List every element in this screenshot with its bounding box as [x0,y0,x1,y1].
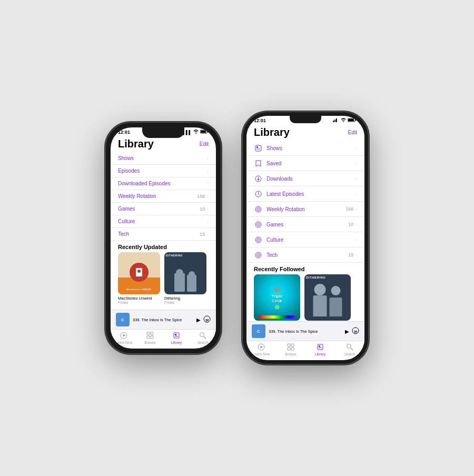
status-icons-new [333,118,357,123]
recently-updated-header: Recently Updated [111,241,216,252]
svg-rect-17 [334,120,335,122]
list-item-weeklyrotation-new[interactable]: Weekly Rotation 166 › [246,202,364,217]
svg-rect-20 [348,119,354,121]
podcast-card-macstories[interactable]: MacStories UNWIND MacStories Unwind Frid… [118,252,160,304]
edit-button-new[interactable]: Edit [348,130,357,135]
tab-label-browse-new: Browse [285,352,297,356]
skip-icon-new[interactable]: 30 [352,327,359,335]
list-item-label: Culture [266,237,355,243]
svg-point-30 [258,209,259,210]
list-item-tech-new[interactable]: Tech 15 › [246,247,364,263]
search-icon-new [346,343,353,352]
tab-listen-now-old[interactable]: Listen Now [111,332,137,344]
games-icon [254,220,262,229]
svg-rect-13 [175,336,178,336]
list-item-shows-old[interactable]: Shows › [111,152,216,165]
list-item-label: Games [118,206,200,212]
mini-player-controls-old: ▶ 30 [196,315,211,324]
list-item-latest-new[interactable]: Latest Episodes › [246,186,364,202]
tab-library-new[interactable]: Library [305,343,335,356]
edit-button-old[interactable]: Edit [200,141,209,147]
chevron-icon: › [207,232,209,236]
tab-label-listen-now-old: Listen Now [115,341,132,344]
chevron-icon: › [207,206,209,211]
tab-browse-old[interactable]: Browse [137,332,163,344]
podcast-thumb-dithering: DITHERING [164,252,206,294]
list-item-culture-new[interactable]: Culture › [246,232,364,247]
tab-browse-new[interactable]: Browse [276,343,305,356]
scene: 12:01 ▌▌▌ Library Edit [0,0,474,476]
signal-icon-new [333,118,339,123]
browse-icon-old [146,332,154,340]
list-item-culture-old[interactable]: Culture › [111,215,216,228]
library-header-old: Library Edit [111,136,216,152]
downloads-icon [254,174,262,183]
list-item-label: Weekly Rotation [118,193,197,199]
tab-search-old[interactable]: Search [190,332,216,344]
play-icon-old[interactable]: ▶ [196,317,201,323]
mini-player-old[interactable]: C 339. The Inbox Is The Spice ▶ 30 [111,310,216,329]
list-item-label: Tech [118,231,200,237]
list-section-old: Shows › Episodes › Downloaded Episodes ›… [111,152,216,310]
search-icon-old [199,332,206,340]
svg-rect-22 [255,145,261,151]
svg-rect-12 [175,334,176,335]
time-old: 12:01 [118,130,130,135]
svg-point-39 [258,254,259,255]
chevron-icon: › [355,192,357,196]
chevron-icon: › [355,253,357,257]
wifi-icon-new [341,118,346,123]
list-item-saved-new[interactable]: Saved › [246,156,364,171]
dynamic-island [290,116,321,123]
tab-listen-now-new[interactable]: Listen Now [246,343,276,356]
play-icon-new[interactable]: ▶ [345,329,349,334]
tab-library-old[interactable]: Library [163,332,190,344]
svg-rect-7 [147,332,150,335]
list-item-shows-new[interactable]: Shows › [246,141,364,156]
library-title-new: Library [254,126,290,138]
list-item-games-new[interactable]: Games 10 › [246,217,364,232]
list-item-games-old[interactable]: Games 10 › [111,203,216,215]
list-item-label: Weekly Rotation [266,206,345,212]
tab-label-listen-now-new: Listen Now [253,352,270,356]
svg-marker-6 [123,334,126,337]
svg-rect-18 [336,118,337,122]
tab-search-new[interactable]: Search [335,343,364,356]
podcast-card-dithering[interactable]: DITHERING [164,252,206,304]
screen-old: 12:01 ▌▌▌ Library Edit [111,127,216,349]
shows-icon [254,144,262,152]
wifi-icon-old [193,130,199,135]
chevron-icon: › [355,146,357,151]
chevron-icon: › [207,194,209,199]
mini-player-new[interactable]: C 339. The Inbox Is The Spice ▶ 30 [246,321,364,341]
notch-old [142,127,184,138]
chevron-icon: › [207,168,209,173]
screen-content-old: Library Edit Shows › Episodes › Download… [111,136,216,348]
list-item-downloads-new[interactable]: Downloads › [246,171,364,186]
battery-icon-new [348,118,357,123]
library-title-old: Library [118,138,154,150]
list-item-downloaded-old[interactable]: Downloaded Episodes › [111,177,216,190]
list-item-weeklyrotation-old[interactable]: Weekly Rotation 156 › [111,190,216,203]
library-icon-new [317,343,324,352]
list-item-tech-old[interactable]: Tech 15 › [111,228,216,241]
time-new: 12:01 [254,118,266,123]
tab-label-search-new: Search [344,352,355,356]
skip-icon-old[interactable]: 30 [203,315,211,324]
podcast-card-dithering-new[interactable]: DITHERING [304,274,351,321]
tab-label-search-old: Search [197,341,209,344]
chevron-icon: › [207,181,209,186]
list-item-episodes-old[interactable]: Episodes › [111,165,216,177]
battery-icon-old [200,130,209,135]
svg-rect-1 [201,131,206,133]
chevron-icon: › [355,222,357,227]
svg-rect-10 [151,336,153,339]
podcast-card-tripleclick[interactable]: ⊕ TripleClick ⊕ [254,274,300,321]
rotation-icon [254,205,262,213]
podcast-name-macstories: MacStories Unwind [118,296,160,301]
svg-marker-43 [261,346,263,349]
browse-icon-new [287,343,294,352]
svg-rect-50 [319,348,322,348]
listen-now-icon-old [120,332,127,340]
chevron-icon: › [355,176,357,181]
